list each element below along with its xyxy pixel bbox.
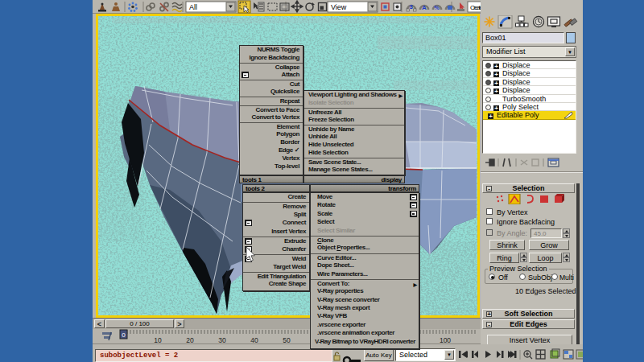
svg-text:100: 100 (440, 336, 451, 344)
svg-text:40: 40 (250, 336, 258, 344)
svg-text:10: 10 (154, 336, 162, 344)
svg-text:30: 30 (218, 336, 226, 344)
svg-text:3: 3 (410, 3, 414, 10)
svg-text:0: 0 (122, 331, 126, 339)
svg-text:A: A (422, 4, 427, 11)
svg-text:View: View (331, 3, 347, 11)
svg-text:All: All (189, 3, 197, 11)
svg-text:20: 20 (186, 336, 194, 344)
svg-text:%: % (435, 5, 440, 10)
svg-text:50: 50 (283, 336, 291, 344)
